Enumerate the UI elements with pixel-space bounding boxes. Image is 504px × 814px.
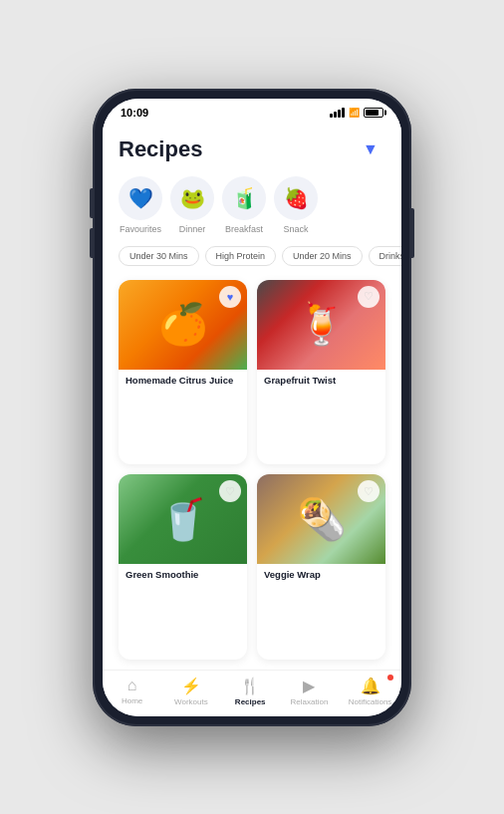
favourites-icon-wrap: 💙 — [119, 176, 162, 220]
nav-relaxation[interactable]: ▶ Relaxation — [289, 677, 329, 706]
snack-emoji: 🍓 — [284, 186, 309, 210]
snack-label: Snack — [283, 224, 308, 234]
filter-button[interactable]: ▼ — [356, 135, 385, 164]
workouts-icon: ⚡ — [181, 677, 201, 695]
home-icon: ⌂ — [127, 677, 137, 694]
recipe-grid: 🍊 ♥ Homemade Citrus Juice 🍹 — [103, 276, 401, 670]
recipe-card-grapefruit[interactable]: 🍹 ♡ Grapefruit Twist — [257, 280, 385, 465]
nav-recipes[interactable]: 🍴 Recipes — [230, 677, 270, 706]
volume-up-button — [90, 188, 93, 218]
nav-home[interactable]: ⌂ Home — [113, 677, 152, 706]
wrap-recipe-name: Veggie Wrap — [257, 564, 385, 587]
dinner-label: Dinner — [179, 224, 206, 234]
grapefruit-image-wrap: 🍹 ♡ — [257, 280, 385, 370]
heart-empty-icon-2: ♡ — [225, 485, 235, 498]
recipe-card-citrus[interactable]: 🍊 ♥ Homemade Citrus Juice — [119, 280, 247, 465]
category-tab-breakfast[interactable]: 🧃 Breakfast — [222, 176, 266, 234]
main-content: Recipes ▼ 💙 Favourites 🐸 Dinner — [103, 123, 401, 670]
relaxation-label: Relaxation — [291, 697, 329, 706]
workouts-label: Workouts — [174, 697, 208, 706]
filter-icon: ▼ — [363, 140, 378, 158]
dinner-emoji: 🐸 — [180, 186, 205, 210]
recipe-card-wrap[interactable]: 🌯 ♡ Veggie Wrap — [257, 474, 385, 660]
recipes-icon: 🍴 — [240, 677, 260, 695]
recipe-card-smoothie[interactable]: 🥤 ♡ Green Smoothie — [119, 474, 247, 660]
filter-tag-highprotein[interactable]: High Protein — [205, 246, 277, 266]
favourites-emoji: 💙 — [128, 186, 153, 210]
smoothie-heart-button[interactable]: ♡ — [219, 480, 241, 502]
smoothie-image-wrap: 🥤 ♡ — [119, 474, 247, 564]
smoothie-recipe-name: Green Smoothie — [119, 564, 247, 587]
battery-icon — [364, 108, 383, 118]
nav-workouts[interactable]: ⚡ Workouts — [171, 677, 211, 706]
favourites-label: Favourites — [120, 224, 161, 234]
grapefruit-recipe-name: Grapefruit Twist — [257, 370, 385, 393]
citrus-recipe-name: Homemade Citrus Juice — [119, 370, 247, 393]
breakfast-emoji: 🧃 — [232, 186, 257, 210]
filter-tag-under20[interactable]: Under 20 Mins — [282, 246, 363, 266]
wrap-image-wrap: 🌯 ♡ — [257, 474, 385, 564]
snack-icon-wrap: 🍓 — [274, 176, 318, 220]
status-icons: 📶 — [330, 108, 383, 118]
filter-tags: Under 30 Mins High Protein Under 20 Mins… — [103, 242, 401, 276]
category-tab-snack[interactable]: 🍓 Snack — [274, 176, 318, 234]
bottom-nav: ⌂ Home ⚡ Workouts 🍴 Recipes ▶ Relaxation… — [103, 670, 401, 716]
wifi-icon: 📶 — [349, 108, 360, 118]
power-button — [411, 208, 414, 258]
recipes-label: Recipes — [235, 697, 266, 706]
grapefruit-heart-button[interactable]: ♡ — [358, 286, 379, 308]
notifications-icon: 🔔 — [361, 677, 380, 695]
nav-notifications[interactable]: 🔔 Notifications — [349, 677, 392, 706]
notification-dot — [387, 675, 393, 680]
status-time: 10:09 — [121, 107, 148, 119]
category-tab-dinner[interactable]: 🐸 Dinner — [170, 176, 214, 234]
category-tab-favourites[interactable]: 💙 Favourites — [119, 176, 162, 234]
wrap-heart-button[interactable]: ♡ — [358, 480, 379, 502]
citrus-image-wrap: 🍊 ♥ — [119, 280, 247, 370]
phone-frame: 10:09 📶 Recipes ▼ — [93, 89, 411, 726]
dinner-icon-wrap: 🐸 — [170, 176, 214, 220]
heart-filled-icon: ♥ — [227, 291, 234, 303]
filter-tag-under30[interactable]: Under 30 Mins — [119, 246, 199, 266]
citrus-heart-button[interactable]: ♥ — [219, 286, 241, 308]
home-label: Home — [122, 696, 142, 705]
heart-empty-icon-3: ♡ — [364, 485, 374, 498]
signal-icon — [330, 108, 345, 118]
phone-screen: 10:09 📶 Recipes ▼ — [103, 99, 401, 716]
relaxation-icon: ▶ — [303, 677, 315, 695]
heart-empty-icon: ♡ — [364, 290, 374, 303]
volume-down-button — [90, 228, 93, 258]
breakfast-label: Breakfast — [225, 224, 263, 234]
notifications-label: Notifications — [349, 697, 392, 706]
breakfast-icon-wrap: 🧃 — [222, 176, 266, 220]
status-bar: 10:09 📶 — [103, 99, 401, 123]
category-tabs: 💙 Favourites 🐸 Dinner 🧃 Breakfast — [103, 172, 401, 242]
page-title: Recipes — [119, 136, 202, 162]
filter-tag-drinks[interactable]: Drinks — [369, 246, 401, 266]
header: Recipes ▼ — [103, 123, 401, 172]
